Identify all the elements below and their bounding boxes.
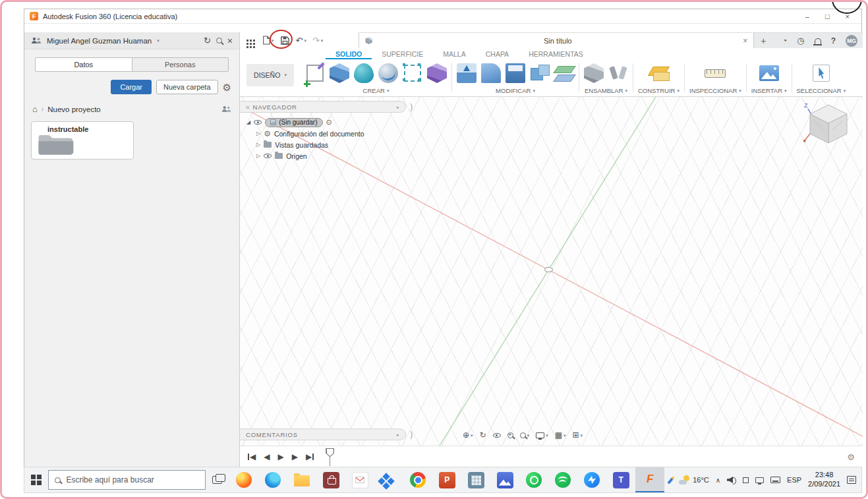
panel-dot-icon[interactable]: ● xyxy=(396,432,399,437)
group-dropdown-modificar[interactable]: MODIFICAR▾ xyxy=(496,87,535,94)
gear-icon[interactable]: ⚙ xyxy=(223,82,231,92)
extrude-icon[interactable] xyxy=(330,63,349,83)
job-status-icon[interactable]: ◔ xyxy=(782,36,787,45)
taskbar-app-calculator[interactable] xyxy=(461,467,490,492)
offset-face-icon[interactable] xyxy=(554,63,574,83)
weather-widget[interactable]: 16°C xyxy=(679,475,709,485)
combine-icon[interactable] xyxy=(530,63,550,83)
taskbar-app-teams[interactable]: T xyxy=(606,467,635,492)
create-sketch-icon[interactable] xyxy=(306,65,324,82)
construction-plane-icon[interactable] xyxy=(649,63,669,83)
viewcube[interactable]: Z xyxy=(802,100,855,155)
pan-icon[interactable]: ⊕▾ xyxy=(463,430,473,440)
tree-row-origin[interactable]: ▷ Origen xyxy=(256,150,364,161)
taskbar-search-input[interactable]: Escribe aquí para buscar xyxy=(48,470,205,490)
refresh-icon[interactable]: ↻ xyxy=(204,36,211,45)
upload-button[interactable]: Cargar xyxy=(111,80,152,94)
ribbon-tab-chapa[interactable]: CHAPA xyxy=(476,48,519,59)
eye-icon[interactable] xyxy=(254,120,262,125)
taskbar-app-spotify[interactable] xyxy=(548,467,577,492)
ribbon-tab-solido[interactable]: SOLIDO xyxy=(326,48,372,59)
taskbar-app-store[interactable] xyxy=(316,467,345,492)
ribbon-tab-superficie[interactable]: SUPERFICIE xyxy=(372,48,433,59)
ribbon-tab-malla[interactable]: MALLA xyxy=(433,48,475,59)
taskbar-app-messenger[interactable] xyxy=(577,467,606,492)
taskbar-app-photos[interactable] xyxy=(490,467,519,492)
viewport-canvas[interactable]: Z « NAVEGADOR ● ) xyxy=(240,97,863,446)
browser-panel-header[interactable]: « NAVEGADOR ● xyxy=(240,101,406,113)
timeline-gear-icon[interactable]: ⚙ xyxy=(847,452,855,462)
group-dropdown-ensamblar[interactable]: ENSAMBLAR▾ xyxy=(585,87,627,94)
measure-icon[interactable] xyxy=(705,69,726,78)
panel-dot-icon[interactable]: ● xyxy=(396,105,399,109)
home-icon[interactable]: ⌂ xyxy=(32,105,38,113)
display-tray-icon[interactable] xyxy=(755,477,764,483)
taskbar-app-chrome[interactable] xyxy=(403,467,432,492)
skip-to-end-button[interactable]: ▶ xyxy=(306,452,314,461)
tree-expanded-icon[interactable]: ◢ xyxy=(246,120,250,125)
revolve-icon[interactable] xyxy=(378,63,398,83)
project-item-card[interactable]: instructable xyxy=(31,121,134,160)
minimize-button[interactable]: – xyxy=(805,13,809,20)
tree-row-named-views[interactable]: ▷ Vistas guardadas xyxy=(256,139,364,150)
origin-marker[interactable] xyxy=(544,267,553,272)
windows-ink-pen-icon[interactable] xyxy=(667,476,674,484)
taskbar-app-dropbox[interactable] xyxy=(374,467,403,492)
group-dropdown-inspeccionar[interactable]: INSPECCIONAR▾ xyxy=(689,87,741,94)
play-button[interactable]: ▶ xyxy=(277,452,283,461)
taskbar-app-fusion-360[interactable]: F xyxy=(635,467,664,492)
redo-button[interactable]: ↷ ▾ xyxy=(312,36,323,45)
press-pull-icon[interactable] xyxy=(457,63,477,83)
tree-row-doc-settings[interactable]: ▷ ⚙ Configuración del documento xyxy=(256,128,364,139)
timeline-position-marker[interactable] xyxy=(326,448,334,466)
action-center-icon[interactable] xyxy=(847,476,856,484)
tree-collapsed-icon[interactable]: ▷ xyxy=(256,154,260,159)
chevron-down-icon[interactable]: ▾ xyxy=(157,38,159,43)
group-dropdown-seleccionar[interactable]: SELECCIONAR▾ xyxy=(797,87,846,94)
tab-datos[interactable]: Datos xyxy=(35,57,132,72)
skip-to-start-button[interactable]: ◀ xyxy=(248,452,256,461)
form-icon[interactable] xyxy=(354,63,374,83)
taskbar-app-edge[interactable] xyxy=(258,467,287,492)
panel-resize-handle[interactable]: ) xyxy=(410,102,413,111)
taskbar-app-firefox[interactable] xyxy=(229,467,258,492)
data-panel-toggle-icon[interactable] xyxy=(246,40,248,42)
taskbar-app-powerpoint[interactable]: P xyxy=(432,467,461,492)
base-feature-icon[interactable]: ★ xyxy=(427,63,447,83)
close-panel-icon[interactable]: × xyxy=(227,36,233,45)
tab-personas[interactable]: Personas xyxy=(132,57,229,72)
joint-icon[interactable] xyxy=(608,63,628,83)
language-indicator[interactable]: ESP xyxy=(787,476,801,484)
zoom-icon[interactable]: ▾ xyxy=(520,432,530,438)
notifications-bell-icon[interactable] xyxy=(815,38,821,44)
project-members-icon[interactable] xyxy=(221,105,231,113)
document-root-pill[interactable]: (Sin guardar) xyxy=(265,118,322,127)
orbit-icon[interactable]: ↻ xyxy=(480,430,486,440)
clock-icon[interactable]: ◷ xyxy=(797,36,804,45)
show-hidden-icons-chevron[interactable]: ∧ xyxy=(716,477,720,484)
group-dropdown-construir[interactable]: CONSTRUIR▾ xyxy=(638,87,680,94)
close-tab-icon[interactable]: × xyxy=(743,37,747,45)
maximize-button[interactable]: □ xyxy=(825,13,830,20)
taskbar-app-mail[interactable] xyxy=(345,467,374,492)
group-dropdown-crear[interactable]: CREAR▾ xyxy=(363,87,390,94)
zoom-window-icon[interactable]: + xyxy=(507,432,513,438)
group-dropdown-insertar[interactable]: INSERTAR▾ xyxy=(751,87,787,94)
safely-remove-icon[interactable] xyxy=(743,477,749,483)
new-tab-icon[interactable]: + xyxy=(761,36,766,45)
undo-button[interactable]: ↶ ▾ xyxy=(296,36,306,45)
document-tab[interactable]: Sin título × xyxy=(359,33,754,48)
insert-canvas-icon[interactable] xyxy=(759,65,779,81)
tree-row-document[interactable]: ◢ (Sin guardar) ⊙ xyxy=(246,117,364,128)
activate-target-icon[interactable]: ⊙ xyxy=(326,118,332,127)
step-forward-button[interactable]: ▶ xyxy=(292,452,298,461)
help-icon[interactable]: ? xyxy=(831,36,836,45)
tree-collapsed-icon[interactable]: ▷ xyxy=(256,142,260,148)
touch-keyboard-icon[interactable] xyxy=(770,477,780,483)
look-at-icon[interactable] xyxy=(493,433,501,438)
avatar[interactable]: MG xyxy=(846,35,857,47)
pattern-icon[interactable] xyxy=(404,65,421,82)
display-settings-icon[interactable]: ▾ xyxy=(536,432,548,438)
taskbar-app-whatsapp[interactable] xyxy=(519,467,548,492)
start-button[interactable] xyxy=(24,467,48,492)
